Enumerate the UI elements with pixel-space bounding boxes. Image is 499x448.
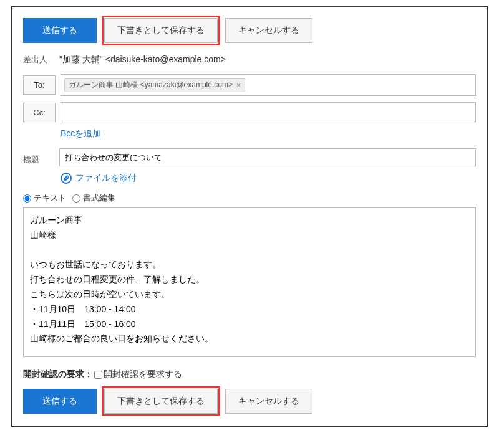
to-field[interactable]: ガルーン商事 山崎様 <yamazaki@example.com> × (61, 74, 476, 96)
bcc-row: Bccを追加 (61, 128, 476, 140)
subject-label: 標題 (23, 150, 59, 165)
bottom-button-row: 送信する 下書きとして保存する キャンセルする (23, 389, 476, 414)
subject-row: 標題 (23, 148, 476, 166)
rich-format-radio[interactable] (72, 194, 80, 203)
text-format-radio[interactable] (23, 194, 31, 203)
cc-field[interactable] (61, 102, 476, 122)
to-row: To: ガルーン商事 山崎様 <yamazaki@example.com> × (23, 74, 476, 96)
attach-file-link[interactable]: ファイルを添付 (75, 173, 137, 184)
receipt-row: 開封確認の要求： 開封確認を要求する (23, 369, 476, 380)
cc-row: Cc: (23, 102, 476, 122)
chip-remove-icon[interactable]: × (236, 81, 241, 90)
cancel-button-bottom[interactable]: キャンセルする (225, 389, 312, 414)
receipt-label: 開封確認の要求： (23, 369, 93, 380)
cc-label[interactable]: Cc: (23, 103, 56, 122)
receipt-checkbox-label: 開封確認を要求する (104, 369, 182, 380)
from-value: "加藤 大輔" <daisuke-kato@example.com> (59, 54, 476, 65)
send-button[interactable]: 送信する (23, 18, 97, 43)
receipt-checkbox[interactable] (94, 371, 102, 379)
save-draft-button-bottom[interactable]: 下書きとして保存する (104, 389, 218, 414)
from-row: 差出人 "加藤 大輔" <daisuke-kato@example.com> (23, 54, 476, 65)
attach-row: ファイルを添付 (61, 173, 476, 184)
format-row: テキスト 書式編集 (23, 193, 476, 204)
subject-input[interactable] (59, 148, 476, 166)
paperclip-icon (61, 173, 72, 184)
cancel-button[interactable]: キャンセルする (225, 18, 312, 43)
top-button-row: 送信する 下書きとして保存する キャンセルする (23, 18, 476, 43)
body-textarea[interactable] (23, 207, 476, 357)
text-format-option[interactable]: テキスト (23, 193, 66, 204)
add-bcc-link[interactable]: Bccを追加 (61, 128, 101, 138)
rich-format-label: 書式編集 (83, 193, 115, 204)
send-button-bottom[interactable]: 送信する (23, 389, 97, 414)
chip-label: ガルーン商事 山崎様 <yamazaki@example.com> (69, 80, 233, 90)
save-draft-button[interactable]: 下書きとして保存する (104, 18, 218, 43)
from-label: 差出人 (23, 54, 59, 65)
rich-format-option[interactable]: 書式編集 (72, 193, 115, 204)
recipient-chip: ガルーン商事 山崎様 <yamazaki@example.com> × (64, 78, 245, 92)
receipt-checkbox-group[interactable]: 開封確認を要求する (94, 369, 182, 380)
text-format-label: テキスト (34, 193, 66, 204)
to-label[interactable]: To: (23, 75, 56, 95)
